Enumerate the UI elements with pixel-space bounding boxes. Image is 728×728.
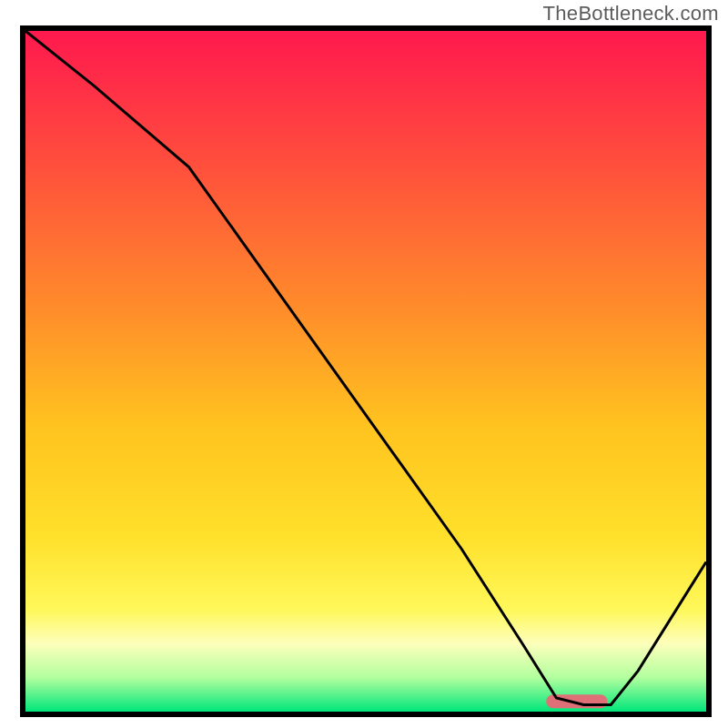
plot-frame [20,25,712,717]
plot-area [25,31,706,712]
chart-svg [25,31,706,712]
chart-container: TheBottleneck.com [0,0,728,728]
gradient-background [25,31,706,712]
watermark-text: TheBottleneck.com [543,2,719,25]
